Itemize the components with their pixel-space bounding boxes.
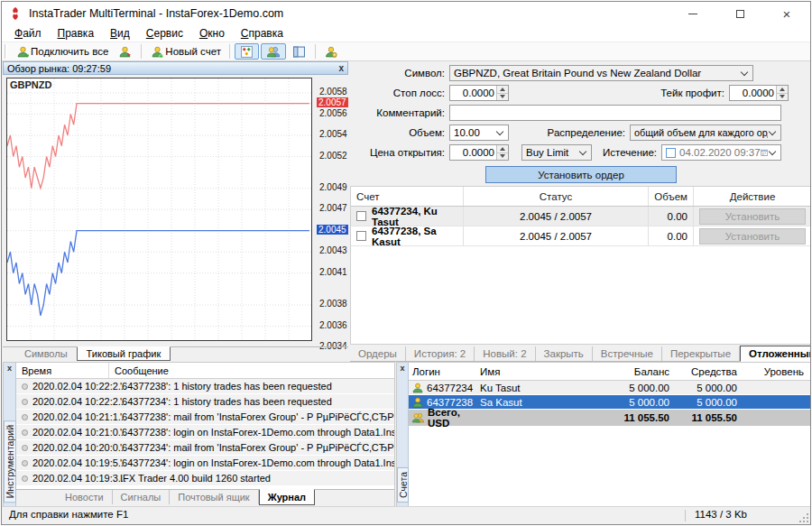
accounts-header: Логин Имя Баланс Средства Уровень	[409, 363, 811, 381]
tab-close[interactable]: Закрыть	[536, 346, 593, 361]
set-order-button[interactable]: Установить	[699, 208, 806, 225]
menu-item-service[interactable]: Сервис	[138, 25, 191, 42]
tab-journal[interactable]: Журнал	[259, 489, 315, 505]
log-message: '64377238': 1 history trades has been re…	[109, 381, 332, 392]
open-price-value: 0.0000	[450, 147, 496, 158]
expiry-checkbox[interactable]	[666, 148, 676, 158]
log-message: '64377234': login on InstaForex-1Demo.co…	[109, 457, 394, 468]
tab-pending[interactable]: Отложенный	[740, 346, 811, 362]
login-cell: 64377234	[427, 383, 473, 393]
person-disconnect-icon	[119, 46, 131, 58]
menu-item-view[interactable]: Вид	[102, 25, 138, 42]
tab-counter[interactable]: Встречные	[593, 346, 662, 361]
journal-panel: x Инструментарий Время Сообщение 2020.02…	[3, 362, 395, 507]
dock-tab-accounts[interactable]: Счета	[397, 467, 409, 503]
equity-cell: 5 000.00	[675, 383, 743, 393]
order-tabs: Ордеры История: 2 Новый: 2 Закрыть Встре…	[350, 345, 811, 362]
set-order-button[interactable]: Установить	[699, 228, 806, 245]
tick-chart-plot: GBPNZD	[6, 78, 312, 341]
log-message: '64377238': login on InstaForex-1Demo.co…	[109, 427, 394, 438]
accounts-table: Логин Имя Баланс Средства Уровень 643772…	[409, 363, 811, 506]
name-cell: Sa Kasut	[476, 397, 607, 408]
symbol-select[interactable]: GBPNZD, Great Britain Pound vs New Zeala…	[449, 65, 753, 81]
spin-up-button[interactable]	[777, 86, 788, 93]
panel-close-icon[interactable]: x	[397, 363, 408, 373]
disconnect-all-button[interactable]	[114, 43, 136, 60]
spin-down-button[interactable]	[497, 93, 508, 101]
col-volume: Объем	[649, 187, 694, 206]
menu-item-edit[interactable]: Правка	[50, 25, 103, 42]
symbol-value: GBPNZD, Great Britain Pound vs New Zeala…	[450, 68, 740, 78]
journal-table: Время Сообщение 2020.02.04 10:22:2...'64…	[16, 363, 394, 489]
total-balance-cell: 11 055.50	[607, 412, 675, 423]
distribution-label: Распределение:	[531, 125, 625, 141]
spin-down-button[interactable]	[497, 152, 508, 161]
minimize-button[interactable]	[669, 2, 716, 25]
spin-up-button[interactable]	[497, 86, 508, 93]
tab-history[interactable]: История: 2	[406, 346, 475, 361]
spin-up-button[interactable]	[497, 145, 508, 152]
table-row[interactable]: 64377234 Ku Tasut 5 000.00 5 000.00	[409, 381, 811, 395]
comment-label: Комментарий:	[350, 105, 445, 121]
row-checkbox[interactable]	[356, 231, 366, 241]
chevron-down-icon	[741, 68, 748, 75]
tab-new[interactable]: Новый: 2	[475, 346, 535, 361]
tab-signals[interactable]: Сигналы	[113, 490, 171, 504]
panel-close-icon[interactable]: x	[338, 63, 344, 73]
row-checkbox[interactable]	[356, 211, 366, 221]
account-person-icon	[412, 397, 423, 408]
journal-tabs: Новости Сигналы Почтовый ящик Журнал	[16, 489, 394, 506]
tick-chart-svg	[7, 78, 311, 340]
volume-select[interactable]: 10.00	[449, 125, 509, 141]
name-cell: Ku Tasut	[476, 383, 607, 393]
log-time: 2020.02.04 10:21:1...	[32, 411, 109, 422]
toolbar-grip[interactable]	[5, 44, 7, 59]
table-row[interactable]: 64377234, Ku Tasut 2.0045 / 2.0057 0.00 …	[351, 207, 811, 226]
market-watch-toggle-button[interactable]	[235, 43, 259, 60]
tab-symbols[interactable]: Символы	[15, 347, 77, 360]
take-profit-value: 0.0000	[730, 88, 776, 98]
tab-mailbox[interactable]: Почтовый ящик	[170, 490, 258, 504]
account-settings-button[interactable]	[320, 43, 343, 60]
open-price-label: Цена открытия:	[350, 144, 445, 161]
layout-toggle-button[interactable]	[288, 43, 310, 60]
tab-covered[interactable]: Перекрытые	[662, 346, 740, 361]
tab-tick-chart[interactable]: Тиковый график	[77, 346, 171, 361]
comment-input[interactable]	[449, 105, 781, 121]
status-cell: 2.0045 / 2.0057	[464, 226, 649, 245]
spin-down-button[interactable]	[777, 93, 788, 101]
connect-all-button[interactable]: Подключить все	[12, 43, 112, 60]
close-button[interactable]: ×	[763, 2, 810, 25]
chevron-down-icon	[769, 147, 776, 154]
accounts-toggle-button[interactable]	[261, 43, 286, 60]
distribution-select[interactable]: общий объем для каждого ордера	[630, 125, 781, 141]
maximize-button[interactable]	[716, 2, 763, 25]
tab-orders[interactable]: Ордеры	[350, 346, 406, 361]
balance-cell: 5 000.00	[607, 383, 675, 393]
place-order-button[interactable]: Установить ордер	[485, 166, 677, 183]
table-row[interactable]: 64377238, Sa Kasut 2.0045 / 2.0057 0.00 …	[351, 226, 811, 246]
dock-tab-toolbox[interactable]: Инструментарий	[4, 420, 16, 503]
take-profit-field[interactable]: 0.0000	[729, 85, 789, 101]
volume-cell: 0.00	[649, 226, 694, 245]
market-watch-title: Обзор рынка: 09:27:59	[7, 63, 111, 74]
menu-item-help[interactable]: Справка	[233, 25, 291, 42]
volume-cell: 0.00	[649, 207, 694, 226]
log-entry-icon	[22, 445, 28, 451]
new-account-button[interactable]: Новый счет	[146, 43, 225, 60]
tab-news[interactable]: Новости	[57, 490, 113, 504]
menu-bar: Файл Правка Вид Сервис Окно Справка	[2, 25, 810, 42]
expiry-field[interactable]: 04.02.2020 09:37	[661, 144, 781, 161]
status-cell: 2.0045 / 2.0057	[464, 207, 649, 226]
price-axis-label: 2.0047	[319, 203, 347, 213]
window-title: InstaTrader MultiTerminal - InstaForex-1…	[29, 2, 283, 25]
panel-close-icon[interactable]: x	[4, 363, 15, 373]
open-price-field[interactable]: 0.0000	[449, 144, 509, 161]
resize-grip[interactable]	[798, 512, 809, 523]
price-axis-label: 2.0056	[319, 108, 347, 118]
journal-dock-strip: x Инструментарий	[4, 363, 16, 506]
order-type-select[interactable]: Buy Limit	[521, 144, 592, 161]
stop-loss-field[interactable]: 0.0000	[449, 85, 509, 101]
menu-item-window[interactable]: Окно	[191, 25, 233, 42]
menu-item-file[interactable]: Файл	[6, 25, 50, 42]
